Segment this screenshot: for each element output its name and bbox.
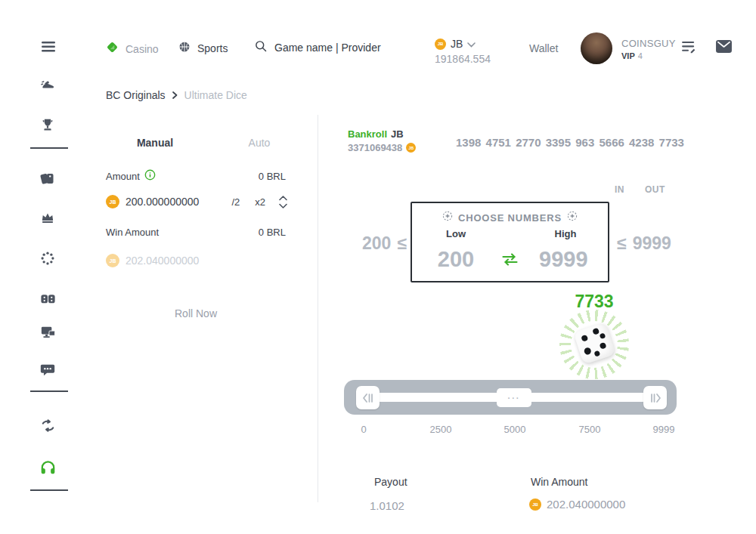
vip-level: 4 [638, 51, 643, 60]
out-toggle[interactable]: OUT [645, 184, 665, 195]
in-toggle[interactable]: IN [615, 184, 624, 195]
dotted-circle-icon[interactable] [36, 246, 60, 270]
breadcrumb: BC Originals Ultimate Dice [106, 88, 247, 102]
slider-right-handle[interactable] [643, 386, 667, 409]
basketball-icon [178, 40, 191, 57]
chevron-down-icon [467, 37, 476, 51]
high-value-input[interactable]: 9999 [539, 247, 587, 272]
sidebar-divider [30, 147, 68, 149]
crown-icon[interactable] [36, 206, 60, 230]
low-value-input[interactable]: 200 [438, 247, 474, 272]
win-amount-value-row: JB 202.040000000 [529, 498, 625, 511]
win-amount-input[interactable]: JB 202.040000000 [106, 252, 199, 269]
history-item: 7733 [659, 136, 684, 149]
roll-now-button[interactable]: Roll Now [106, 307, 286, 319]
username: COINSGUY [621, 38, 676, 49]
vip-label: VIP [621, 51, 635, 60]
slider-drag-handle[interactable]: ··· [497, 388, 531, 407]
double-button[interactable]: x2 [255, 196, 265, 208]
search-placeholder: Game name | Provider [274, 42, 381, 54]
casino-diamond-icon [105, 40, 119, 57]
bankroll-id: 3371069438 [348, 142, 402, 153]
breadcrumb-current: Ultimate Dice [184, 89, 247, 101]
bankroll-currency: JB [391, 128, 404, 140]
coin-icon: JB [106, 195, 119, 208]
dice-pair-icon[interactable] [36, 286, 60, 310]
amount-fiat: 0 BRL [259, 171, 286, 182]
tab-auto[interactable]: Auto [249, 137, 271, 149]
star-circle-icon [442, 211, 453, 224]
balance-dropdown[interactable]: JB JB 191864.554 [435, 37, 491, 65]
tab-manual[interactable]: Manual [137, 137, 173, 149]
choose-numbers-box: CHOOSE NUMBERS Low High 200 9999 [411, 202, 609, 282]
info-icon[interactable] [144, 169, 156, 184]
amount-input[interactable]: JB 200.000000000 /2 x2 [106, 192, 287, 211]
chat-icon[interactable] [36, 358, 60, 382]
ultimate-dice-page: Casino Sports Game name | Provider JB JB… [0, 0, 756, 534]
history-item: 2770 [516, 136, 541, 149]
search-icon [254, 39, 268, 56]
sports-label: Sports [197, 42, 228, 54]
high-label: High [555, 228, 577, 239]
slider-left-handle[interactable] [356, 386, 380, 409]
slider-tick: 2500 [430, 424, 452, 435]
win-amount-label: Win Amount [106, 227, 159, 238]
slider-tick: 5000 [504, 424, 526, 435]
user-avatar[interactable] [581, 32, 612, 64]
range-max-display: ≤9999 [617, 233, 671, 254]
history-item: 1398 [456, 136, 481, 149]
search-input[interactable]: Game name | Provider [254, 39, 381, 56]
tab-casino[interactable]: Casino [105, 40, 159, 57]
desktop-network-icon[interactable] [36, 319, 60, 344]
range-min-display: 200≤ [340, 233, 407, 254]
sneaker-icon[interactable] [36, 73, 60, 97]
mail-icon[interactable] [715, 39, 733, 57]
panel-divider [318, 115, 318, 502]
history-item: 4751 [486, 136, 511, 149]
slider-tick: 7500 [579, 424, 601, 435]
win-amount-value: 202.040000000 [547, 498, 625, 511]
trophy-icon[interactable] [36, 113, 60, 137]
currency-code: JB [451, 38, 463, 50]
payout-label: Payout [374, 476, 407, 488]
bankroll-label: Bankroll [348, 128, 387, 140]
breadcrumb-chevron-icon [172, 88, 178, 102]
roll-result: 7733 [575, 292, 613, 312]
history-item: 4238 [629, 136, 654, 149]
headset-icon[interactable] [36, 455, 60, 480]
slider-tick: 9999 [653, 424, 675, 435]
wallet-button[interactable]: Wallet [529, 42, 558, 54]
bets-list-icon[interactable] [681, 41, 696, 57]
coin-icon: JB [529, 499, 541, 511]
win-value: 202.040000000 [125, 255, 199, 267]
balance-value: 191864.554 [435, 53, 491, 65]
exchange-icon[interactable] [36, 413, 60, 437]
user-info[interactable]: COINSGUY VIP 4 [621, 38, 676, 60]
coin-icon: JB [406, 143, 416, 153]
coin-icon: JB [106, 254, 119, 267]
amount-stepper[interactable] [279, 196, 287, 208]
swap-icon[interactable] [501, 253, 519, 269]
tab-sports[interactable]: Sports [178, 40, 228, 57]
chooser-title: CHOOSE NUMBERS [458, 212, 562, 224]
sidebar-divider [30, 489, 68, 491]
coin-icon: JB [435, 39, 446, 50]
amount-value[interactable]: 200.000000000 [125, 196, 199, 208]
half-button[interactable]: /2 [231, 196, 240, 208]
cards-icon[interactable] [36, 167, 60, 191]
viewport-clip [318, 511, 756, 534]
win-fiat: 0 BRL [259, 227, 286, 238]
bankroll-block: Bankroll JB 3371069438 JB [348, 128, 416, 153]
low-label: Low [446, 228, 466, 239]
history-item: 3395 [546, 136, 571, 149]
history-item: 963 [575, 136, 594, 149]
menu-icon[interactable] [41, 40, 56, 57]
win-amount-label-bottom: Win Amount [531, 476, 587, 488]
history-item: 5666 [599, 136, 624, 149]
amount-label: Amount [106, 171, 140, 182]
slider-tick: 0 [361, 424, 366, 435]
breadcrumb-parent[interactable]: BC Originals [106, 89, 166, 101]
roll-history: 1398 4751 2770 3395 963 5666 4238 7733 [456, 136, 684, 149]
casino-label: Casino [125, 43, 159, 55]
star-circle-icon [567, 211, 578, 224]
